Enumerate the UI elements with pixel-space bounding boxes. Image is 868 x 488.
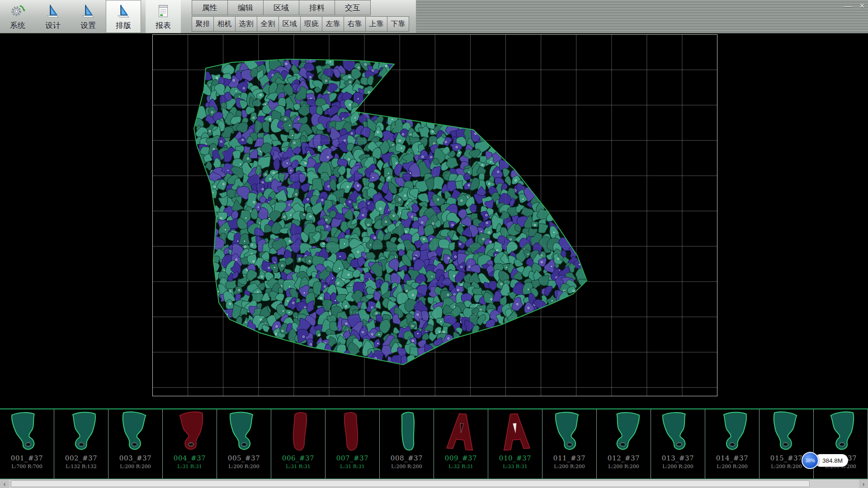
app-buttons: 系统设计设置排版报表 (0, 0, 181, 33)
tool-button[interactable]: 聚排 (192, 16, 214, 32)
tool-button[interactable]: 左靠 (322, 16, 344, 32)
horizontal-scrollbar[interactable]: ‹ › (0, 479, 868, 488)
piece-shape-icon (279, 410, 317, 454)
tool-button[interactable]: 下靠 (387, 16, 409, 32)
tool-button[interactable]: 选割 (235, 16, 257, 32)
scroll-right-arrow[interactable]: › (859, 479, 868, 488)
tool-button[interactable]: 区域 (278, 16, 301, 32)
menu-tab[interactable]: 交互 (335, 0, 371, 15)
app-button-label: 设置 (80, 20, 96, 31)
piece-lr-label: L:200 R:200 (228, 464, 259, 469)
tool-button[interactable]: 右靠 (344, 16, 366, 32)
piece-id-label: 010_#37 (499, 454, 531, 462)
menu-tab[interactable]: 编辑 (227, 0, 264, 15)
piece-thumbnail[interactable]: 005_#37L:200 R:200 (217, 409, 271, 479)
piece-thumbnail[interactable]: 002_#37L:132 R:132 (54, 409, 108, 479)
piece-id-label: 012_#37 (608, 454, 640, 462)
piece-thumbnail[interactable]: 004_#37L:31 R:31 (163, 409, 217, 479)
piece-lr-label: L:200 R:200 (717, 464, 748, 469)
scrollbar-thumb[interactable] (11, 480, 810, 487)
piece-thumbnail[interactable]: 007_#37L:31 R:31 (326, 409, 380, 479)
piece-lr-label: L:31 R:31 (340, 464, 365, 469)
piece-id-label: 006_#37 (282, 454, 314, 462)
piece-id-label: 011_#37 (553, 454, 585, 462)
piece-thumbnail[interactable]: 006_#37L:31 R:31 (271, 409, 326, 479)
app-button-4[interactable]: 排版 (106, 0, 141, 33)
piece-shape-icon (605, 410, 643, 454)
piece-shape-icon (117, 410, 155, 454)
piece-lr-label: L:200 R:200 (771, 464, 802, 469)
piece-shape-icon (822, 410, 860, 454)
piece-shape-icon (713, 410, 751, 454)
piece-id-label: 004_#37 (174, 454, 206, 462)
app-window: 系统设计设置排版报表 属性编辑区域排料交互 聚排相机选割全割区域瑕疵左靠右靠上靠… (0, 0, 868, 488)
piece-lr-label: L:200 R:200 (608, 464, 639, 469)
piece-id-label: 002_#37 (65, 454, 97, 462)
sail-icon (116, 2, 131, 19)
piece-shape-icon (8, 410, 46, 454)
tool-buttons: 聚排相机选割全割区域瑕疵左靠右靠上靠下靠 (192, 16, 409, 32)
piece-lr-label: L:32 R:31 (448, 464, 473, 469)
piece-id-label: 005_#37 (228, 454, 260, 462)
piece-thumbnail[interactable]: 001_#37L:700 R:700 (0, 409, 54, 479)
app-button-3[interactable]: 设置 (71, 0, 106, 33)
piece-shape-icon (225, 410, 263, 454)
menu-tab[interactable]: 区域 (263, 0, 299, 15)
piece-list: 001_#37L:700 R:700002_#37L:132 R:132003_… (0, 408, 868, 479)
tool-button[interactable]: 全割 (257, 16, 279, 32)
window-controls: — × (844, 1, 864, 11)
app-button-label: 设计 (45, 20, 61, 31)
piece-thumbnail[interactable]: 012_#37L:200 R:200 (597, 409, 651, 479)
piece-shape-icon (768, 410, 806, 454)
piece-shape-icon (388, 410, 426, 454)
menu-tab[interactable]: 属性 (192, 0, 228, 15)
piece-lr-label: L:200 R:200 (391, 464, 422, 469)
sail-icon (80, 2, 96, 19)
piece-id-label: 008_#37 (391, 454, 423, 462)
menu-tabs: 属性编辑区域排料交互 (192, 0, 409, 15)
menu-tab[interactable]: 排料 (299, 0, 335, 15)
progress-badge: 38% (802, 452, 819, 469)
app-button-label: 系统 (10, 20, 25, 31)
minimize-button[interactable]: — (844, 1, 852, 11)
progress-percent: 38% (805, 458, 815, 463)
piece-id-label: 015_#37 (770, 454, 802, 462)
piece-thumbnail[interactable]: 010_#37L:33 R:31 (488, 409, 542, 479)
piece-lr-label: L:132 R:132 (66, 464, 97, 469)
close-button[interactable]: × (859, 1, 864, 11)
tool-button[interactable]: 上靠 (365, 16, 387, 32)
piece-lr-label: L:200 R:200 (662, 464, 693, 469)
scroll-left-arrow[interactable]: ‹ (0, 479, 9, 488)
piece-lr-label: L:700 R:700 (11, 464, 42, 469)
piece-id-label: 009_#37 (445, 454, 477, 462)
piece-shape-icon (62, 410, 100, 454)
app-button-label: 报表 (156, 20, 171, 31)
scrollbar-track[interactable] (9, 479, 859, 488)
toolbar-stripe-decor (416, 0, 868, 33)
piece-shape-icon (551, 410, 589, 454)
piece-id-label: 014_#37 (716, 454, 748, 462)
grid-area[interactable] (152, 34, 717, 396)
piece-lr-label: L:33 R:31 (503, 464, 528, 469)
piece-thumbnail[interactable]: 013_#37L:200 R:200 (651, 409, 705, 479)
nesting-canvas[interactable] (0, 33, 868, 408)
piece-thumbnail[interactable]: 009_#37L:32 R:31 (434, 409, 488, 479)
menu-area: 属性编辑区域排料交互 聚排相机选割全割区域瑕疵左靠右靠上靠下靠 (192, 0, 409, 32)
tool-button[interactable]: 相机 (213, 16, 236, 32)
piece-lr-label: L:200 R:200 (554, 464, 585, 469)
piece-lr-label: L:31 R:31 (286, 464, 311, 469)
app-button-label: 排版 (116, 20, 131, 31)
app-button-2[interactable]: 设计 (35, 0, 71, 33)
app-button-1[interactable]: 系统 (0, 0, 35, 33)
tool-button[interactable]: 瑕疵 (300, 16, 322, 32)
piece-thumbnail[interactable]: 008_#37L:200 R:200 (380, 409, 434, 479)
piece-id-label: 001_#37 (11, 454, 43, 462)
gear-icon (10, 2, 25, 19)
memory-badge: 384.8M (814, 454, 848, 467)
piece-id-label: 007_#37 (336, 454, 368, 462)
piece-thumbnail[interactable]: 003_#37L:200 R:200 (108, 409, 163, 479)
piece-thumbnail[interactable]: 011_#37L:200 R:200 (542, 409, 597, 479)
piece-thumbnail[interactable]: 014_#37L:200 R:200 (705, 409, 760, 479)
app-button-5[interactable]: 报表 (146, 0, 181, 33)
report-icon (156, 2, 171, 19)
